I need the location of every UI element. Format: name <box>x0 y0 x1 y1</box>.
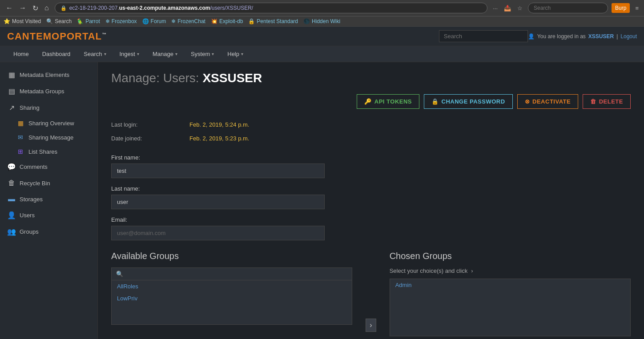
transfer-button[interactable]: › <box>366 319 376 332</box>
recycle-bin-icon: 🗑 <box>7 179 16 187</box>
trash-icon: 🗑 <box>590 98 596 105</box>
sidebar-item-comments[interactable]: 💬 Comments <box>0 159 97 175</box>
address-plain: ec2-18-219-200-207. <box>69 5 119 11</box>
nav-manage[interactable]: Manage ▾ <box>146 46 184 62</box>
browser-chrome: ← → ↻ ⌂ 🔒 ec2-18-219-200-207.us-east-2.c… <box>0 0 644 16</box>
group-search-icon: 🔍 <box>116 271 123 277</box>
sidebar-item-storages[interactable]: ▬ Storages <box>0 191 97 207</box>
available-group-item-allroles[interactable]: AllRoles <box>112 280 352 292</box>
change-password-button[interactable]: 🔒 CHANGE PASSWORD <box>424 94 513 109</box>
nav-dashboard[interactable]: Dashboard <box>36 46 77 62</box>
pocket-button[interactable]: 📥 <box>502 4 513 12</box>
sidebar: ▦ Metadata Elements ▤ Metadata Groups ↗ … <box>0 62 98 339</box>
email-group: Email: <box>111 216 631 240</box>
sidebar-label-sharing: Sharing <box>20 104 40 111</box>
sidebar-item-metadata-groups[interactable]: ▤ Metadata Groups <box>0 83 97 100</box>
app-logo: CANTEMOPORTAL™ <box>7 31 107 42</box>
bookmark-most-visited[interactable]: ⭐ Most Visited <box>4 18 41 24</box>
delete-button[interactable]: 🗑 DELETE <box>583 94 631 109</box>
main-layout: ▦ Metadata Elements ▤ Metadata Groups ↗ … <box>0 62 644 339</box>
burp-button[interactable]: Burp <box>612 3 630 13</box>
sidebar-label-metadata-elements: Metadata Elements <box>20 72 69 78</box>
nav-help[interactable]: Help ▾ <box>221 46 250 62</box>
nav-bar: Home Dashboard Search ▾ Ingest ▾ Manage … <box>0 46 644 62</box>
refresh-button[interactable]: ↻ <box>30 3 40 13</box>
last-name-input[interactable] <box>111 195 325 209</box>
browser-nav-buttons: ← → ↻ ⌂ <box>4 3 51 13</box>
ingest-dropdown-arrow: ▾ <box>137 52 139 56</box>
nav-system[interactable]: System ▾ <box>185 46 220 62</box>
search-dropdown-arrow: ▾ <box>104 52 106 56</box>
sidebar-item-recycle-bin[interactable]: 🗑 Recycle Bin <box>0 175 97 191</box>
sidebar-label-recycle-bin: Recycle Bin <box>20 180 50 187</box>
sidebar-item-groups[interactable]: 👥 Groups <box>0 223 97 240</box>
nav-search[interactable]: Search ▾ <box>77 46 112 62</box>
key-icon: 🔑 <box>364 98 372 105</box>
available-groups-search-box[interactable]: 🔍 <box>111 267 352 280</box>
header-search-input[interactable] <box>439 30 528 42</box>
chosen-group-item-admin[interactable]: Admin <box>390 279 630 291</box>
available-groups-search-input[interactable] <box>126 271 347 277</box>
sidebar-item-metadata-elements[interactable]: ▦ Metadata Elements <box>0 67 97 83</box>
last-login-value: Feb. 2, 2019, 5:24 p.m. <box>189 120 631 130</box>
page-title-username: XSSUSER <box>202 71 262 85</box>
sharing-icon: ↗ <box>7 104 16 112</box>
storages-icon: ▬ <box>7 195 16 203</box>
bookmarks-bar: ⭐ Most Visited 🔍 Search 🦜 Parrot ❄ Froze… <box>0 16 644 27</box>
api-tokens-button[interactable]: 🔑 API TOKENS <box>357 94 419 109</box>
app-header: CANTEMOPORTAL™ 👤 You are logged in as XS… <box>0 27 644 46</box>
back-button[interactable]: ← <box>4 3 15 13</box>
deactivate-button[interactable]: ⊗ DEACTIVATE <box>517 94 579 109</box>
comments-icon: 💬 <box>7 163 16 171</box>
chosen-groups-list: Admin <box>390 279 631 336</box>
available-groups-list: AllRoles LowPriv <box>111 280 352 325</box>
nav-ingest[interactable]: Ingest ▾ <box>113 46 145 62</box>
help-dropdown-arrow: ▾ <box>241 52 243 56</box>
address-bold: us-east-2.compute.amazonaws.com <box>119 5 210 11</box>
chosen-group-prompt: Select your choice(s) and click <box>390 267 468 274</box>
deactivate-icon: ⊗ <box>525 98 530 105</box>
browser-search-input[interactable] <box>528 3 608 13</box>
metadata-groups-icon: ▤ <box>7 87 16 96</box>
date-joined-label: Date joined: <box>111 133 182 144</box>
system-dropdown-arrow: ▾ <box>212 52 214 56</box>
email-input[interactable] <box>111 226 325 240</box>
bookmark-exploit-db[interactable]: 💥 Exploit-db <box>211 18 243 24</box>
bookmark-button[interactable]: ☆ <box>515 4 524 12</box>
sidebar-item-sharing-message[interactable]: ✉ Sharing Message <box>0 130 97 144</box>
address-url: ec2-18-219-200-207.us-east-2.compute.ama… <box>69 5 254 11</box>
first-name-input[interactable] <box>111 164 325 178</box>
bookmark-hidden-wiki[interactable]: 🌑 Hidden Wiki <box>303 18 340 24</box>
lock-icon: 🔒 <box>60 5 67 11</box>
logout-link[interactable]: Logout <box>620 33 637 40</box>
address-bar[interactable]: 🔒 ec2-18-219-200-207.us-east-2.compute.a… <box>55 3 488 13</box>
chosen-groups-title: Chosen Groups <box>390 251 631 261</box>
home-button[interactable]: ⌂ <box>42 3 51 13</box>
user-icon: 👤 <box>528 33 535 40</box>
chosen-group-arrow: › <box>471 267 473 274</box>
more-options-button[interactable]: ··· <box>491 4 499 12</box>
sidebar-item-sharing[interactable]: ↗ Sharing <box>0 100 97 116</box>
sidebar-label-sharing-overview: Sharing Overview <box>28 120 74 127</box>
sidebar-item-list-shares[interactable]: ⊞ List Shares <box>0 144 97 159</box>
bookmark-forum[interactable]: 🌐 Forum <box>142 18 166 24</box>
available-groups-col: Available Groups 🔍 AllRoles LowPriv <box>111 251 352 336</box>
content-area: Manage: Users: XSSUSER 🔑 API TOKENS 🔒 CH… <box>98 62 644 339</box>
sidebar-item-sharing-overview[interactable]: ▦ Sharing Overview <box>0 116 97 130</box>
sidebar-item-users[interactable]: 👤 Users <box>0 207 97 223</box>
transfer-section: › <box>366 251 376 336</box>
email-label: Email: <box>111 216 631 223</box>
bookmark-parrot[interactable]: 🦜 Parrot <box>77 18 100 24</box>
sidebar-label-storages: Storages <box>20 196 43 203</box>
sidebar-label-list-shares: List Shares <box>28 148 57 155</box>
sidebar-toggle-button[interactable]: ≡ <box>633 4 640 12</box>
bookmark-frozenchat[interactable]: ❄ FrozenChat <box>171 18 205 24</box>
forward-button[interactable]: → <box>17 3 28 13</box>
bookmark-search[interactable]: 🔍 Search <box>46 18 72 24</box>
bookmark-pentest[interactable]: 🔒 Pentest Standard <box>248 18 298 24</box>
bookmark-frozenbox[interactable]: ❄ Frozenbox <box>105 18 137 24</box>
nav-home[interactable]: Home <box>7 46 35 62</box>
available-group-item-lowpriv[interactable]: LowPriv <box>112 292 352 304</box>
metadata-elements-icon: ▦ <box>7 71 16 79</box>
logo-text2: PORTAL <box>60 31 102 42</box>
